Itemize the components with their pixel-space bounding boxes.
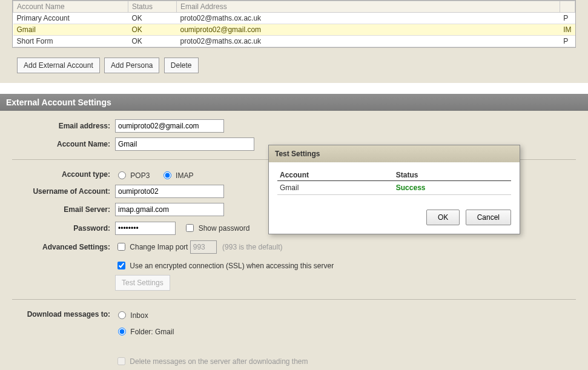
radio-imap[interactable] bbox=[164, 171, 171, 179]
cell-status: OK bbox=[128, 13, 177, 24]
email-server-input[interactable] bbox=[115, 203, 224, 216]
cell-status: OK bbox=[128, 36, 177, 47]
test-settings-dialog: Test Settings Account Status Gmail Succe… bbox=[268, 145, 520, 234]
dialog-cancel-button[interactable]: Cancel bbox=[466, 210, 511, 225]
cell-email: oumiproto02@gmail.com bbox=[177, 24, 560, 36]
cell-email: proto02@maths.ox.ac.uk bbox=[177, 36, 560, 47]
test-settings-button[interactable]: Test Settings bbox=[115, 275, 170, 291]
cell-account-name: Primary Account bbox=[13, 13, 128, 24]
dialog-ok-button[interactable]: OK bbox=[426, 210, 460, 225]
show-password-checkbox[interactable] bbox=[186, 224, 194, 232]
add-persona-button[interactable]: Add Persona bbox=[104, 58, 159, 73]
label-account-name: Account Name: bbox=[12, 140, 115, 148]
label-username: Username of Account: bbox=[12, 187, 115, 196]
use-ssl-checkbox[interactable] bbox=[117, 262, 125, 269]
radio-folder[interactable] bbox=[118, 328, 126, 335]
table-row[interactable]: Gmail OK oumiproto02@gmail.com IM bbox=[13, 24, 575, 36]
label-password: Password: bbox=[12, 224, 115, 233]
show-password-text: Show password bbox=[199, 224, 250, 233]
test-col-account: Account bbox=[277, 170, 394, 181]
test-cell-account: Gmail bbox=[277, 181, 394, 195]
use-ssl-label[interactable]: Use an encrypted connection (SSL) when a… bbox=[115, 262, 334, 270]
account-name-input[interactable] bbox=[115, 137, 254, 151]
delete-after-label[interactable]: Delete messages on the server after down… bbox=[115, 357, 308, 366]
label-email: Email address: bbox=[12, 122, 115, 130]
radio-imap-text: IMAP bbox=[176, 171, 193, 180]
table-row[interactable]: Primary Account OK proto02@maths.ox.ac.u… bbox=[13, 13, 575, 24]
radio-pop3-label[interactable]: POP3 bbox=[115, 171, 152, 180]
change-imap-port-text: Change Imap port bbox=[130, 243, 188, 251]
radio-pop3-text: POP3 bbox=[130, 171, 150, 180]
label-account-type: Account type: bbox=[12, 170, 115, 179]
imap-port-hint: (993 is the default) bbox=[222, 243, 282, 251]
radio-folder-label[interactable]: Folder: Gmail bbox=[115, 328, 174, 336]
use-ssl-text: Use an encrypted connection (SSL) when a… bbox=[130, 262, 334, 270]
imap-port-input[interactable] bbox=[190, 240, 217, 254]
delete-button[interactable]: Delete bbox=[164, 58, 199, 73]
radio-inbox-text: Inbox bbox=[130, 311, 148, 320]
label-advanced: Advanced Settings: bbox=[12, 243, 115, 251]
password-input[interactable] bbox=[115, 222, 176, 235]
username-input[interactable] bbox=[115, 185, 224, 198]
accounts-col-name: Account Name bbox=[13, 1, 128, 13]
dialog-title: Test Settings bbox=[269, 145, 520, 162]
test-results-table: Account Status Gmail Success bbox=[277, 170, 511, 195]
cell-account-name: Gmail bbox=[13, 24, 128, 36]
test-row: Gmail Success bbox=[277, 181, 511, 195]
label-email-server: Email Server: bbox=[12, 205, 115, 214]
add-external-account-button[interactable]: Add External Account bbox=[17, 58, 100, 73]
test-col-status: Status bbox=[394, 170, 511, 181]
change-imap-port-label[interactable]: Change Imap port bbox=[115, 243, 190, 251]
delete-after-checkbox[interactable] bbox=[117, 357, 125, 365]
radio-inbox-label[interactable]: Inbox bbox=[115, 311, 148, 320]
radio-folder-text: Folder: Gmail bbox=[130, 328, 174, 336]
test-cell-status: Success bbox=[394, 181, 511, 195]
cell-email: proto02@maths.ox.ac.uk bbox=[177, 13, 560, 24]
cell-account-name: Short Form bbox=[13, 36, 128, 47]
cell-extra: P bbox=[560, 13, 575, 24]
radio-pop3[interactable] bbox=[118, 171, 126, 179]
accounts-col-extra bbox=[560, 1, 575, 13]
change-imap-port-checkbox[interactable] bbox=[117, 243, 125, 251]
show-password-label[interactable]: Show password bbox=[183, 224, 249, 233]
accounts-col-email: Email Address bbox=[177, 1, 560, 13]
cell-extra: P bbox=[560, 36, 575, 47]
accounts-col-status: Status bbox=[128, 1, 177, 13]
delete-after-text: Delete messages on the server after down… bbox=[130, 357, 308, 366]
radio-imap-label[interactable]: IMAP bbox=[160, 171, 194, 180]
email-input[interactable] bbox=[115, 119, 224, 133]
accounts-table: Account Name Status Email Address Primar… bbox=[12, 0, 576, 48]
accounts-header-row: Account Name Status Email Address bbox=[13, 1, 575, 13]
label-download-to: Download messages to: bbox=[12, 310, 115, 319]
table-row[interactable]: Short Form OK proto02@maths.ox.ac.uk P bbox=[13, 36, 575, 47]
radio-inbox[interactable] bbox=[118, 311, 126, 319]
cell-extra: IM bbox=[560, 24, 575, 36]
panel-title: External Account Settings bbox=[0, 94, 588, 111]
cell-status: OK bbox=[128, 24, 177, 36]
